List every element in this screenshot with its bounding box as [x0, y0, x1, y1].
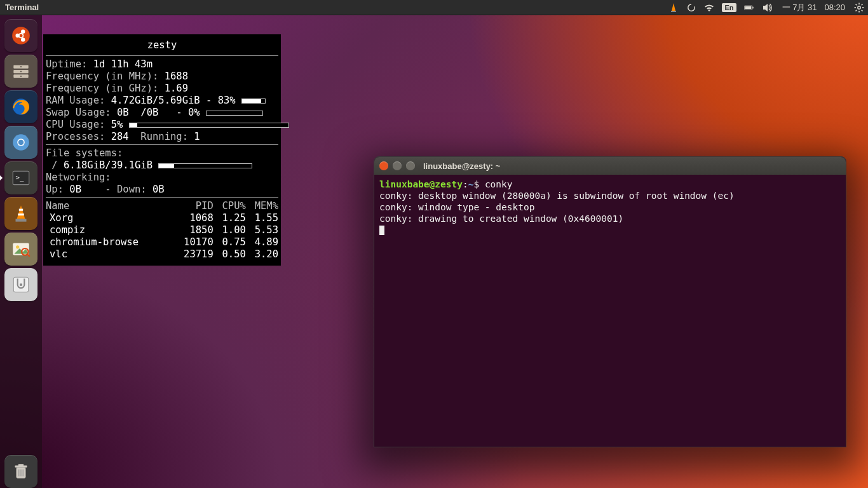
svg-rect-1 — [671, 11, 676, 12]
svg-rect-45 — [18, 464, 24, 466]
terminal-title: linuxbabe@zesty: ~ — [423, 161, 500, 171]
terminal-body[interactable]: linuxbabe@zesty:~$ conky conky: desktop … — [374, 175, 846, 447]
launcher-trash[interactable] — [4, 455, 37, 488]
svg-rect-33 — [19, 209, 23, 211]
battery-icon[interactable] — [744, 3, 754, 13]
clock-time[interactable]: 08:20 — [824, 3, 845, 12]
vlc-tray-icon[interactable] — [668, 3, 679, 13]
launcher-firefox[interactable] — [4, 90, 37, 123]
launcher-terminal[interactable]: >_ — [4, 161, 37, 194]
svg-line-12 — [862, 10, 863, 11]
svg-marker-32 — [17, 205, 25, 219]
svg-point-23 — [20, 66, 22, 67]
svg-marker-0 — [672, 3, 675, 11]
settings-gear-icon[interactable] — [854, 3, 864, 13]
terminal-window[interactable]: linuxbabe@zesty: ~ linuxbabe@zesty:~$ co… — [374, 156, 846, 447]
svg-point-15 — [12, 27, 30, 44]
ime-indicator[interactable]: En — [722, 3, 736, 12]
svg-line-11 — [856, 4, 857, 5]
svg-marker-5 — [763, 4, 768, 11]
conky-hostname: zesty — [46, 39, 278, 51]
svg-point-24 — [20, 71, 22, 72]
svg-point-17 — [21, 29, 25, 33]
clock-date[interactable]: 一 7月 31 — [782, 2, 817, 13]
table-row: chromium-browse101700.754.89 — [46, 236, 278, 248]
terminal-cursor — [379, 226, 384, 235]
svg-point-25 — [20, 76, 22, 77]
active-app-title: Terminal — [5, 3, 39, 12]
svg-point-18 — [21, 37, 25, 41]
unity-launcher: >_ — [0, 15, 42, 488]
table-row: compiz18501.005.53 — [46, 224, 278, 236]
svg-rect-34 — [18, 214, 24, 215]
conky-widget: zesty Uptime: 1d 11h 43m Frequency (in M… — [43, 34, 281, 266]
svg-rect-35 — [16, 219, 27, 222]
svg-rect-3 — [752, 6, 753, 8]
svg-point-29 — [18, 140, 24, 146]
launcher-disk[interactable] — [4, 268, 37, 301]
svg-point-6 — [858, 6, 860, 8]
svg-line-14 — [862, 4, 863, 5]
launcher-vlc[interactable] — [4, 197, 37, 230]
launcher-chromium[interactable] — [4, 126, 37, 159]
system-tray: En 一 7月 31 08:20 — [668, 2, 864, 13]
network-wifi-icon[interactable] — [704, 3, 714, 13]
terminal-titlebar[interactable]: linuxbabe@zesty: ~ — [374, 157, 846, 175]
launcher-image-viewer[interactable] — [4, 233, 37, 266]
top-menubar: Terminal En 一 7月 31 08:20 — [0, 0, 868, 15]
svg-point-37 — [16, 245, 19, 248]
table-row: Xorg10681.251.55 — [46, 212, 278, 224]
volume-icon[interactable] — [762, 3, 772, 13]
table-row: vlc237190.503.20 — [46, 248, 278, 261]
svg-line-13 — [856, 10, 857, 11]
window-maximize-icon[interactable] — [406, 161, 415, 170]
svg-rect-4 — [745, 6, 751, 9]
launcher-dash[interactable] — [4, 19, 37, 52]
svg-line-40 — [27, 254, 30, 256]
svg-point-42 — [20, 283, 22, 286]
window-close-icon[interactable] — [379, 161, 388, 170]
svg-text:>_: >_ — [16, 173, 24, 182]
window-minimize-icon[interactable] — [393, 161, 402, 170]
conky-process-table: Name PID CPU% MEM% Xorg10681.251.55compi… — [46, 200, 278, 261]
launcher-files[interactable] — [4, 55, 37, 88]
sync-icon[interactable] — [686, 3, 696, 13]
